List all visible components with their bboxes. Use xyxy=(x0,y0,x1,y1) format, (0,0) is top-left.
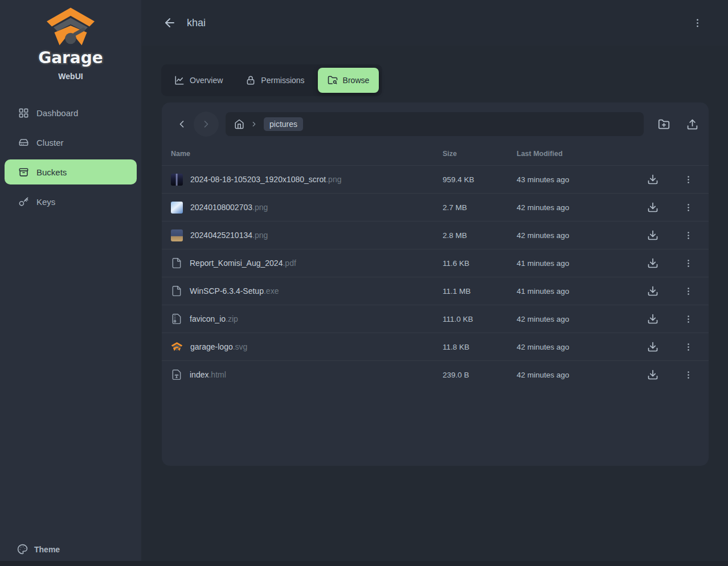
download-button[interactable] xyxy=(646,200,660,214)
kebab-icon xyxy=(684,203,693,212)
file-name-cell[interactable]: WinSCP-6.3.4-Setup.exe xyxy=(171,285,443,297)
download-icon xyxy=(647,257,659,269)
file-size: 2.7 MB xyxy=(443,203,517,212)
folder-back-button[interactable] xyxy=(174,117,189,132)
download-icon xyxy=(647,174,659,185)
download-icon xyxy=(647,285,659,297)
file-ext: .exe xyxy=(264,286,279,296)
file-name: 20240108002703.png xyxy=(190,203,268,212)
folder-search-icon xyxy=(328,75,338,85)
keys-icon xyxy=(18,196,29,207)
breadcrumb-current-folder[interactable]: pictures xyxy=(264,117,303,131)
download-button[interactable] xyxy=(646,312,660,326)
table-row[interactable]: WinSCP-6.3.4-Setup.exe 11.1 MB 41 minute… xyxy=(162,277,709,305)
kebab-icon xyxy=(684,286,693,296)
file-basename: 20240425210134 xyxy=(190,231,252,240)
table-row[interactable]: 20240108002703.png 2.7 MB 42 minutes ago xyxy=(162,193,709,221)
table-row[interactable]: 20240425210134.png 2.8 MB 42 minutes ago xyxy=(162,221,709,249)
tab-overview[interactable]: Overview xyxy=(165,68,232,93)
file-icon xyxy=(171,285,182,297)
theme-button[interactable]: Theme xyxy=(17,544,60,555)
kebab-icon xyxy=(684,314,693,324)
sidebar-item-dashboard[interactable]: Dashboard xyxy=(5,100,137,125)
palette-icon xyxy=(17,544,28,555)
row-menu-button[interactable] xyxy=(681,173,695,186)
new-folder-button[interactable] xyxy=(656,117,671,132)
chart-icon xyxy=(174,75,185,85)
table-row[interactable]: favicon_io.zip 111.0 KB 42 minutes ago xyxy=(162,305,709,333)
download-button[interactable] xyxy=(646,340,660,354)
row-menu-button[interactable] xyxy=(681,200,695,214)
upload-button[interactable] xyxy=(685,117,700,132)
download-icon xyxy=(647,229,659,241)
download-button[interactable] xyxy=(646,284,660,298)
file-modified: 43 minutes ago xyxy=(517,175,643,184)
dashboard-icon xyxy=(18,108,29,118)
image-thumbnail xyxy=(171,174,183,186)
chevron-right-icon xyxy=(201,118,212,130)
file-actions xyxy=(643,368,700,382)
file-name: index.html xyxy=(190,370,226,379)
home-icon[interactable] xyxy=(234,119,244,129)
row-menu-button[interactable] xyxy=(681,228,695,242)
bottom-edge-strip xyxy=(0,561,728,566)
file-name-cell[interactable]: index.html xyxy=(171,369,443,380)
tab-permissions[interactable]: Permissions xyxy=(236,68,314,93)
file-name-cell[interactable]: favicon_io.zip xyxy=(171,313,443,325)
file-actions xyxy=(643,228,700,242)
sidebar-item-cluster[interactable]: Cluster xyxy=(5,130,137,155)
download-button[interactable] xyxy=(646,173,660,186)
file-size: 11.1 MB xyxy=(443,287,517,296)
row-menu-button[interactable] xyxy=(681,284,695,298)
buckets-icon xyxy=(18,167,29,178)
file-basename: 20240108002703 xyxy=(190,203,252,212)
file-basename: WinSCP-6.3.4-Setup xyxy=(190,286,264,296)
table-row[interactable]: 2024-08-18-105203_1920x1080_scrot.png 95… xyxy=(162,165,709,193)
image-thumbnail xyxy=(171,229,183,241)
kebab-icon xyxy=(684,259,693,268)
kebab-icon xyxy=(684,370,693,380)
file-name: Report_Komisi_Aug_2024.pdf xyxy=(190,259,296,268)
row-menu-button[interactable] xyxy=(681,256,695,270)
back-button[interactable] xyxy=(162,15,178,31)
file-ext: .pdf xyxy=(283,259,296,268)
file-name-cell[interactable]: 2024-08-18-105203_1920x1080_scrot.png xyxy=(171,174,443,186)
cluster-icon xyxy=(18,137,29,148)
file-name-cell[interactable]: 20240108002703.png xyxy=(171,202,443,214)
row-menu-button[interactable] xyxy=(681,340,695,354)
kebab-icon xyxy=(692,18,703,28)
row-menu-button[interactable] xyxy=(681,368,695,382)
file-name: 2024-08-18-105203_1920x1080_scrot.png xyxy=(190,175,341,184)
sidebar-item-label: Dashboard xyxy=(36,108,78,118)
breadcrumb[interactable]: pictures xyxy=(226,112,644,136)
file-name-cell[interactable]: garage-logo.svg xyxy=(171,341,443,353)
header-menu-button[interactable] xyxy=(689,15,705,31)
sidebar-item-label: Buckets xyxy=(36,167,67,177)
file-name-cell[interactable]: Report_Komisi_Aug_2024.pdf xyxy=(171,257,443,269)
tab-browse[interactable]: Browse xyxy=(318,68,379,93)
file-modified: 42 minutes ago xyxy=(517,203,643,212)
file-actions xyxy=(643,340,700,354)
upload-icon xyxy=(686,118,698,130)
sidebar-item-keys[interactable]: Keys xyxy=(5,189,137,214)
row-menu-button[interactable] xyxy=(681,312,695,326)
download-button[interactable] xyxy=(646,228,660,242)
download-button[interactable] xyxy=(646,256,660,270)
folder-forward-button[interactable] xyxy=(194,112,219,137)
column-name: Name xyxy=(171,150,443,158)
file-name-cell[interactable]: 20240425210134.png xyxy=(171,229,443,241)
column-last-modified: Last Modified xyxy=(517,150,643,158)
chevron-separator-icon xyxy=(250,120,258,128)
download-button[interactable] xyxy=(646,368,660,382)
table-row[interactable]: index.html 239.0 B 42 minutes ago xyxy=(162,360,709,388)
file-actions xyxy=(643,200,700,214)
file-modified: 42 minutes ago xyxy=(517,231,643,240)
file-ext: .html xyxy=(208,370,226,379)
file-size: 11.8 KB xyxy=(443,343,517,351)
sidebar-item-buckets[interactable]: Buckets xyxy=(5,159,137,184)
table-row[interactable]: garage-logo.svg 11.8 KB 42 minutes ago xyxy=(162,333,709,360)
file-modified: 41 minutes ago xyxy=(517,259,643,268)
file-modified: 42 minutes ago xyxy=(517,315,643,323)
table-row[interactable]: Report_Komisi_Aug_2024.pdf 11.6 KB 41 mi… xyxy=(162,249,709,277)
lock-icon xyxy=(246,75,256,85)
